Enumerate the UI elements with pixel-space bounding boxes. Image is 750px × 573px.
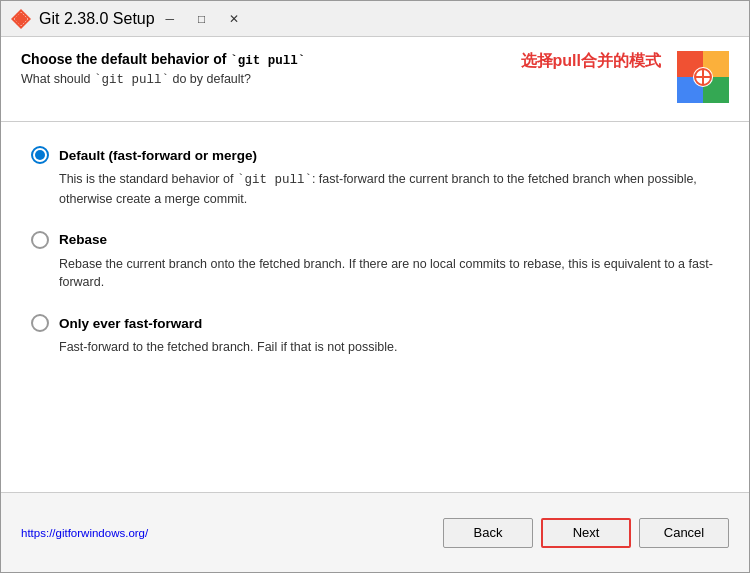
window-controls: ─ □ ✕ bbox=[155, 8, 249, 30]
radio-default[interactable] bbox=[31, 146, 49, 164]
header-text-block: Choose the default behavior of `git pull… bbox=[21, 51, 501, 87]
radio-rebase[interactable] bbox=[31, 231, 49, 249]
git-logo bbox=[677, 51, 729, 107]
footer-link[interactable]: https://gitforwindows.org/ bbox=[21, 527, 443, 539]
option-fastforward: Only ever fast-forward Fast-forward to t… bbox=[31, 314, 719, 357]
header-annotation: 选择pull合并的模式 bbox=[521, 51, 661, 72]
option-default-title: Default (fast-forward or merge) bbox=[59, 148, 257, 163]
option-rebase-title: Rebase bbox=[59, 232, 107, 247]
option-rebase: Rebase Rebase the current branch onto th… bbox=[31, 231, 719, 293]
option-rebase-label[interactable]: Rebase bbox=[31, 231, 719, 249]
back-button[interactable]: Back bbox=[443, 518, 533, 548]
option-default-label[interactable]: Default (fast-forward or merge) bbox=[31, 146, 719, 164]
minimize-button[interactable]: ─ bbox=[155, 8, 185, 30]
cancel-button[interactable]: Cancel bbox=[639, 518, 729, 548]
header-title: Choose the default behavior of `git pull… bbox=[21, 51, 501, 68]
app-icon bbox=[11, 9, 31, 29]
setup-window: Git 2.38.0 Setup ─ □ ✕ Choose the defaul… bbox=[0, 0, 750, 573]
option-default-desc: This is the standard behavior of `git pu… bbox=[59, 170, 719, 209]
footer: https://gitforwindows.org/ Back Next Can… bbox=[1, 492, 749, 572]
option-fastforward-title: Only ever fast-forward bbox=[59, 316, 202, 331]
option-fastforward-label[interactable]: Only ever fast-forward bbox=[31, 314, 719, 332]
close-button[interactable]: ✕ bbox=[219, 8, 249, 30]
option-default: Default (fast-forward or merge) This is … bbox=[31, 146, 719, 209]
titlebar: Git 2.38.0 Setup ─ □ ✕ bbox=[1, 1, 749, 37]
option-rebase-desc: Rebase the current branch onto the fetch… bbox=[59, 255, 719, 293]
content-area: Default (fast-forward or merge) This is … bbox=[1, 122, 749, 492]
footer-buttons: Back Next Cancel bbox=[443, 518, 729, 548]
titlebar-title: Git 2.38.0 Setup bbox=[39, 10, 155, 28]
header: Choose the default behavior of `git pull… bbox=[1, 37, 749, 122]
option-fastforward-desc: Fast-forward to the fetched branch. Fail… bbox=[59, 338, 719, 357]
next-button[interactable]: Next bbox=[541, 518, 631, 548]
radio-fastforward[interactable] bbox=[31, 314, 49, 332]
maximize-button[interactable]: □ bbox=[187, 8, 217, 30]
header-subtitle: What should `git pull` do by default? bbox=[21, 72, 501, 87]
radio-default-fill bbox=[35, 150, 45, 160]
svg-rect-5 bbox=[15, 17, 27, 21]
